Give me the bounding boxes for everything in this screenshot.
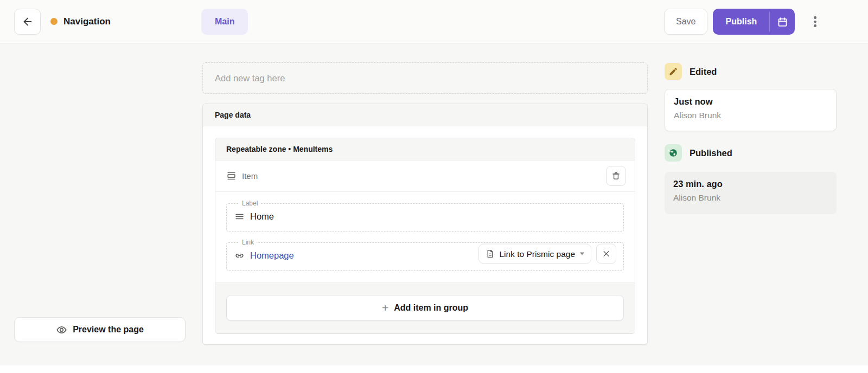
page-data-body: Repeatable zone • MenuItems Item	[203, 126, 647, 344]
tag-input[interactable]	[202, 62, 648, 94]
text-lines-icon	[234, 211, 245, 222]
item-label: Item	[242, 171, 258, 181]
edited-author: Alison Brunk	[674, 111, 827, 120]
arrow-left-icon	[22, 16, 34, 28]
topbar-actions: Save Publish	[664, 9, 820, 35]
draft-status-dot	[50, 18, 58, 25]
main-area: Page data Repeatable zone • MenuItems It…	[0, 43, 868, 373]
tab-main-label: Main	[215, 17, 234, 27]
save-button[interactable]: Save	[664, 9, 707, 35]
label-field-value[interactable]: Home	[250, 211, 274, 222]
schedule-publish-button[interactable]	[770, 9, 795, 35]
kebab-dot	[814, 24, 816, 27]
add-item-label: Add item in group	[394, 303, 468, 313]
group-item-row[interactable]: Item	[215, 160, 635, 192]
published-time: 23 min. ago	[673, 179, 828, 189]
add-item-button[interactable]: + Add item in group	[226, 295, 624, 321]
edited-version-card[interactable]: Just now Alison Brunk	[665, 89, 837, 131]
calendar-icon	[777, 16, 788, 28]
link-actions: Link to Prismic page	[478, 244, 616, 264]
editor-column: Page data Repeatable zone • MenuItems It…	[202, 62, 648, 345]
kebab-dot	[814, 21, 816, 23]
page-data-header: Page data	[203, 104, 647, 126]
link-field-value[interactable]: Homepage	[250, 250, 294, 261]
publish-button[interactable]: Publish	[713, 9, 795, 35]
repeatable-zone-card: Repeatable zone • MenuItems Item	[215, 138, 635, 334]
edited-status-row: Edited	[665, 63, 717, 80]
item-rows-icon	[226, 171, 237, 181]
close-icon	[602, 250, 610, 258]
page-data-card: Page data Repeatable zone • MenuItems It…	[202, 104, 648, 345]
label-field-legend: Label	[239, 200, 260, 207]
document-title: Navigation	[63, 16, 111, 27]
chevron-down-icon	[580, 253, 584, 255]
page-data-title: Page data	[215, 111, 251, 119]
eye-icon	[56, 324, 67, 336]
bottom-strip	[0, 365, 868, 373]
published-label: Published	[690, 148, 732, 158]
pencil-icon	[665, 63, 682, 80]
edited-label: Edited	[690, 67, 717, 77]
kebab-dot	[814, 16, 816, 19]
preview-page-label: Preview the page	[73, 325, 144, 335]
link-type-label: Link to Prismic page	[499, 249, 575, 259]
topbar: Navigation Main Save Publish	[0, 0, 868, 43]
globe-icon	[665, 144, 682, 162]
more-options-button[interactable]	[810, 9, 820, 35]
published-status-row: Published	[665, 144, 732, 162]
plus-icon: +	[382, 302, 388, 313]
label-field: Label Home	[226, 200, 624, 231]
chain-link-icon	[234, 250, 245, 261]
repeatable-zone-header: Repeatable zone • MenuItems	[215, 138, 635, 160]
back-button[interactable]	[14, 9, 41, 35]
repeatable-zone-footer: + Add item in group	[215, 282, 635, 333]
item-fields: Label Home Link	[215, 192, 635, 282]
link-type-dropdown[interactable]: Link to Prismic page	[478, 244, 591, 264]
published-version-card[interactable]: 23 min. ago Alison Brunk	[665, 172, 837, 214]
document-icon	[486, 249, 495, 259]
link-field-legend: Link	[239, 239, 257, 246]
trash-icon	[611, 171, 621, 181]
tab-main[interactable]: Main	[201, 9, 248, 35]
label-field-row[interactable]: Home	[234, 207, 616, 226]
edited-time: Just now	[674, 97, 827, 107]
delete-item-button[interactable]	[606, 166, 626, 186]
clear-link-button[interactable]	[596, 244, 616, 264]
publish-button-label: Publish	[713, 9, 769, 35]
published-author: Alison Brunk	[673, 193, 828, 203]
link-field: Link Homepage	[226, 239, 624, 271]
preview-page-button[interactable]: Preview the page	[14, 317, 186, 342]
link-field-row[interactable]: Homepage Link to Prismic page	[234, 246, 616, 265]
repeatable-zone-title: Repeatable zone • MenuItems	[226, 145, 333, 153]
